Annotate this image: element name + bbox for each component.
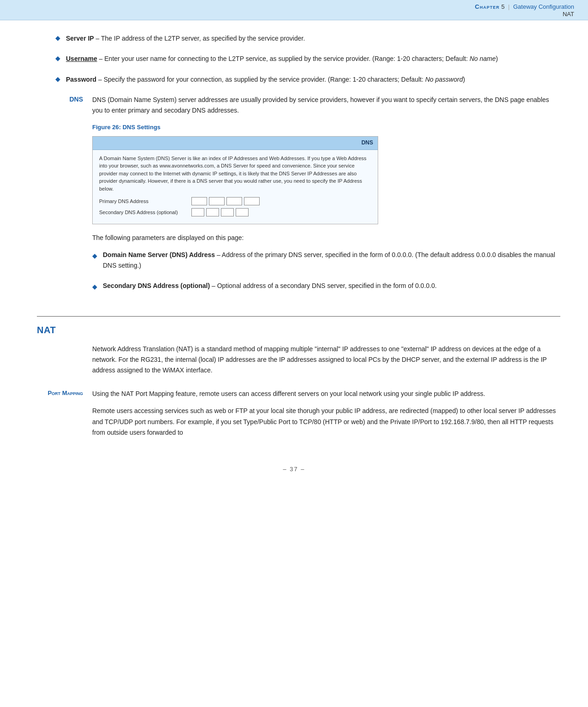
dns-section-row: DNS DNS (Domain Name System) server addr…: [37, 95, 560, 302]
dns-secondary-boxes: [191, 208, 249, 216]
bullet-dns-address: ◆ Domain Name Server (DNS) Address – Add…: [92, 250, 560, 270]
nat-divider: [37, 316, 560, 317]
header-title: Gateway Configuration: [513, 3, 574, 10]
dns-box-3: [226, 197, 242, 205]
chapter-num: 5: [501, 3, 505, 10]
dns-sec-box-4: [236, 208, 249, 216]
port-mapping-para1: Using the NAT Port Mapping feature, remo…: [92, 389, 560, 399]
port-mapping-content: Using the NAT Port Mapping feature, remo…: [92, 389, 560, 437]
bullet-username: ◆ Username – Enter your user name for co…: [37, 54, 560, 64]
bullet-username-text: Username – Enter your user name for conn…: [66, 54, 498, 64]
dns-secondary-label: Secondary DNS Address (optional): [99, 209, 191, 216]
diamond-icon-1: ◆: [55, 34, 60, 42]
diamond-icon-2: ◆: [55, 54, 60, 62]
port-mapping-section-row: Port Mapping Using the NAT Port Mapping …: [37, 389, 560, 437]
diamond-icon-5: ◆: [92, 282, 97, 292]
dns-following-text: The following parameters are displayed o…: [92, 233, 560, 243]
nat-intro: Network Address Translation (NAT) is a s…: [37, 344, 560, 376]
dns-screenshot: DNS A Domain Name System (DNS) Server is…: [92, 136, 378, 224]
page-header: Chapter 5 | Gateway Configuration NAT: [0, 0, 588, 20]
dns-screenshot-desc: A Domain Name System (DNS) Server is lik…: [99, 155, 371, 193]
dns-screenshot-header: DNS: [93, 137, 378, 150]
dns-content: DNS (Domain Name System) server addresse…: [92, 95, 560, 302]
dns-address-bold: Domain Name Server (DNS) Address: [103, 251, 215, 258]
dns-primary-field-row: Primary DNS Address: [99, 197, 371, 205]
header-separator: |: [508, 3, 510, 10]
dns-box-1: [191, 197, 207, 205]
username-bold: Username: [66, 55, 97, 62]
dns-box-4: [244, 197, 260, 205]
page-number: – 37 –: [283, 466, 305, 473]
bullet-password-text: Password – Specify the password for your…: [66, 74, 465, 84]
chapter-word: Chapter: [475, 3, 499, 10]
figure-title: Figure 26: DNS Settings: [92, 122, 560, 132]
nat-heading: NAT: [37, 325, 560, 336]
page-footer: – 37 –: [0, 457, 588, 476]
password-bold: Password: [66, 76, 96, 83]
dns-label: DNS: [37, 95, 92, 103]
dns-primary-boxes: [191, 197, 260, 205]
dns-body-text: DNS (Domain Name System) server addresse…: [92, 96, 549, 114]
dns-box-2: [209, 197, 225, 205]
diamond-icon-3: ◆: [55, 75, 60, 83]
bullet-server-ip: ◆ Server IP – The IP address of the L2TP…: [37, 33, 560, 43]
main-content: ◆ Server IP – The IP address of the L2TP…: [0, 20, 588, 457]
server-ip-bold: Server IP: [66, 35, 94, 42]
dns-screenshot-body: A Domain Name System (DNS) Server is lik…: [93, 150, 378, 224]
header-sub: NAT: [475, 11, 574, 18]
dns-sec-box-2: [206, 208, 219, 216]
bullet-secondary-dns: ◆ Secondary DNS Address (optional) – Opt…: [92, 281, 560, 292]
dns-sec-box-3: [221, 208, 234, 216]
port-mapping-para2: Remote users accessing services such as …: [92, 406, 560, 437]
header-chapter: Chapter 5 | Gateway Configuration NAT: [475, 3, 574, 18]
port-mapping-label: Port Mapping: [37, 389, 92, 396]
diamond-icon-4: ◆: [92, 251, 97, 261]
dns-primary-label: Primary DNS Address: [99, 198, 191, 205]
secondary-dns-bold: Secondary DNS Address (optional): [103, 282, 210, 289]
bullet-secondary-dns-text: Secondary DNS Address (optional) – Optio…: [103, 281, 437, 291]
bullet-dns-address-text: Domain Name Server (DNS) Address – Addre…: [103, 250, 560, 270]
dns-sec-box-1: [191, 208, 204, 216]
bullet-server-ip-text: Server IP – The IP address of the L2TP s…: [66, 33, 305, 43]
dns-secondary-field-row: Secondary DNS Address (optional): [99, 208, 371, 216]
bullet-password: ◆ Password – Specify the password for yo…: [37, 74, 560, 84]
port-label-text: Port Mapping: [48, 389, 83, 396]
